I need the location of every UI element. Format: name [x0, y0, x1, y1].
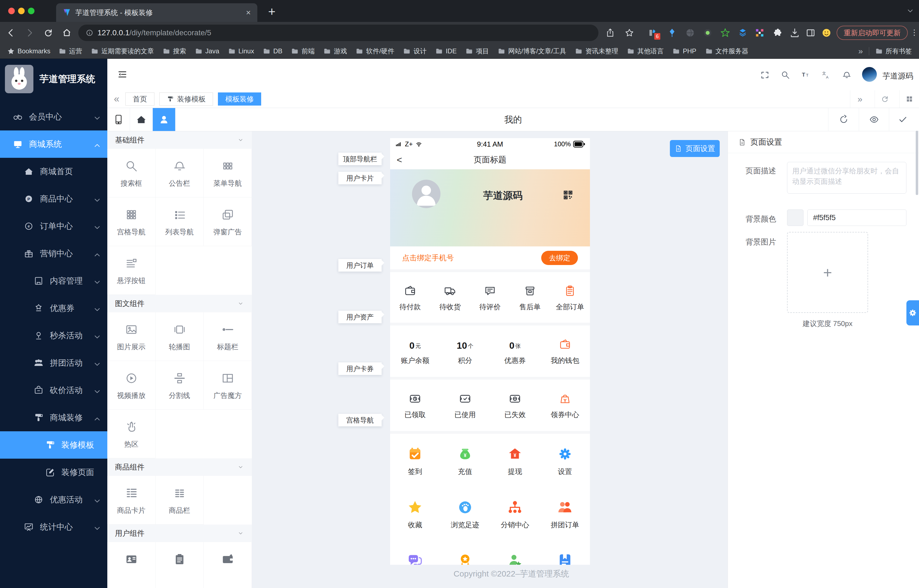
tabs-layout-grid-icon[interactable]: [899, 90, 919, 108]
bookmark-folder[interactable]: 项目: [465, 47, 489, 55]
tab-search-chevron-icon[interactable]: [905, 6, 915, 16]
app-logo[interactable]: 芋道管理系统: [5, 65, 95, 93]
phone-item-签到[interactable]: 签到: [390, 434, 440, 487]
extension-icon-green-dot[interactable]: [702, 27, 713, 38]
tabs-overflow-chevron[interactable]: »: [850, 90, 870, 108]
sidebar-item-优惠券[interactable]: 优惠券: [0, 294, 107, 322]
bookmark-folder[interactable]: 资讯未整理: [575, 47, 618, 55]
phone-item-g-card[interactable]: [540, 540, 590, 565]
phone-preview[interactable]: Z+ 9:41 AM 100% < 页面标题 芋道源码 点击绑定手机号: [390, 138, 590, 565]
tab-close-icon[interactable]: ×: [246, 8, 251, 17]
back-icon[interactable]: [6, 28, 16, 38]
bookmark-folder[interactable]: 运营: [58, 47, 82, 55]
fullscreen-icon[interactable]: [760, 70, 770, 79]
palette-section-header[interactable]: 用户组件: [107, 525, 252, 542]
sidebar-item-订单中心[interactable]: e订单中心: [0, 213, 107, 240]
bookmark-folder[interactable]: 游戏: [323, 47, 347, 55]
phone-item-待付款[interactable]: 待付款: [390, 272, 430, 323]
page-desc-textarea[interactable]: [787, 162, 906, 194]
phone-item-已失效[interactable]: 已失效: [490, 380, 540, 431]
sidebar-item-砍价活动[interactable]: 砍价活动: [0, 376, 107, 404]
bookmark-folder[interactable]: IDE: [435, 47, 457, 55]
phone-item-我的钱包[interactable]: 我的钱包: [540, 325, 590, 377]
bookmark-folder[interactable]: 文件服务器: [705, 47, 749, 55]
sidebar-item-拼团活动[interactable]: 拼团活动: [0, 349, 107, 376]
palette-item-wallet-fill[interactable]: [204, 542, 252, 588]
phone-item-售后单[interactable]: 售后单: [510, 272, 550, 323]
bookmark-folder[interactable]: 搜索: [163, 47, 186, 55]
phone-item-拼团订单[interactable]: 拼团订单: [540, 487, 590, 540]
sidebar-item-会员中心[interactable]: 会员中心: [0, 103, 107, 131]
bookmark-folder[interactable]: DB: [263, 47, 282, 55]
collapse-sidebar-icon[interactable]: [117, 69, 128, 79]
palette-item-搜索框[interactable]: 搜索框: [107, 149, 156, 197]
palette-item-广告魔方[interactable]: 广告魔方: [204, 361, 252, 410]
bookmark-folder[interactable]: 前端: [291, 47, 314, 55]
component-tag-用户卡券[interactable]: 用户卡券: [338, 362, 382, 375]
bind-phone-button[interactable]: 去绑定: [541, 251, 578, 265]
phone-item-待收货[interactable]: 待收货: [430, 272, 470, 323]
component-tag-用户卡片[interactable]: 用户卡片: [338, 172, 382, 184]
phone-back-chevron[interactable]: <: [397, 155, 402, 165]
page-home-icon[interactable]: [130, 108, 153, 131]
phone-item-全部订单[interactable]: 全部订单: [550, 272, 590, 323]
bookmarks-root[interactable]: Bookmarks: [7, 47, 50, 55]
palette-section-header[interactable]: 图文组件: [107, 295, 252, 312]
phone-item-g-chat[interactable]: [390, 540, 440, 565]
window-minimize-button[interactable]: [18, 8, 24, 14]
extension-icon-kite[interactable]: [667, 27, 677, 38]
bg-color-swatch[interactable]: [787, 210, 804, 226]
page-tab-首页[interactable]: 首页: [125, 92, 154, 105]
bookmark-folder[interactable]: 软件/硬件: [356, 47, 394, 55]
sidebar-item-装修模板[interactable]: 装修模板: [0, 431, 107, 459]
user-avatar[interactable]: [862, 67, 877, 82]
phone-item-提现[interactable]: ¥提现: [490, 434, 540, 487]
settings-gear-fab[interactable]: [906, 300, 919, 325]
reload-icon[interactable]: [43, 28, 53, 38]
page-tab-模板装修[interactable]: 模板装修: [218, 92, 261, 105]
window-zoom-button[interactable]: [28, 8, 34, 14]
component-tag-顶部导航栏[interactable]: 顶部导航栏: [338, 153, 382, 165]
all-bookmarks-folder[interactable]: 所有书签: [875, 47, 912, 55]
site-info-icon[interactable]: [86, 29, 94, 37]
component-tag-用户订单[interactable]: 用户订单: [338, 259, 382, 271]
phone-item-账户余额[interactable]: 0元账户余额: [390, 325, 440, 377]
phone-item-积分[interactable]: 10个积分: [440, 325, 490, 377]
palette-item-图片展示[interactable]: 图片展示: [107, 312, 156, 361]
bg-color-input[interactable]: [807, 210, 906, 226]
bookmark-folder[interactable]: 设计: [403, 47, 426, 55]
reset-icon[interactable]: [828, 108, 859, 131]
phone-item-g-medal[interactable]: [440, 540, 490, 565]
palette-item-弹窗广告[interactable]: 弹窗广告: [204, 197, 252, 246]
phone-item-已领取[interactable]: 已领取: [390, 380, 440, 431]
sidebar-item-营销中心[interactable]: 营销中心: [0, 240, 107, 267]
palette-item-id-card-fill[interactable]: [107, 542, 156, 588]
user-coupons-component[interactable]: 已领取已使用已失效领券中心: [390, 380, 590, 431]
bookmark-folder[interactable]: 近期需要读的文章: [91, 47, 154, 55]
new-tab-button[interactable]: +: [264, 4, 279, 19]
sidebar-item-秒杀活动[interactable]: 秒杀活动: [0, 322, 107, 349]
scrollbar-thumb[interactable]: [916, 131, 918, 195]
extension-icon-star[interactable]: [720, 27, 730, 38]
grid-nav-component[interactable]: 签到¥充值¥提现设置收藏浏览足迹分销中心拼团订单: [390, 434, 590, 565]
phone-item-收藏[interactable]: 收藏: [390, 487, 440, 540]
extension-icon-adblock[interactable]: 6: [648, 27, 658, 38]
palette-item-clipboard-fill[interactable]: [156, 542, 204, 588]
palette-item-公告栏[interactable]: 公告栏: [156, 149, 204, 197]
sidebar-item-优惠活动[interactable]: 优惠活动: [0, 486, 107, 513]
phone-item-设置[interactable]: 设置: [540, 434, 590, 487]
share-icon[interactable]: [606, 28, 615, 37]
user-orders-component[interactable]: 待付款待收货待评价售后单全部订单: [390, 272, 590, 323]
window-close-button[interactable]: [8, 8, 15, 14]
bg-image-upload[interactable]: +: [787, 232, 868, 313]
bookmark-folder[interactable]: 其他语言: [627, 47, 664, 55]
side-panel-icon[interactable]: [806, 27, 816, 38]
page-profile-icon[interactable]: [153, 108, 175, 131]
qr-code-icon[interactable]: [562, 189, 574, 200]
notification-bell-icon[interactable]: [842, 70, 851, 79]
component-tag-用户资产[interactable]: 用户资产: [338, 311, 382, 323]
language-icon[interactable]: 文A: [821, 70, 830, 79]
palette-section-header[interactable]: 商品组件: [107, 458, 252, 476]
palette-item-轮播图[interactable]: 轮播图: [156, 312, 204, 361]
phone-item-充值[interactable]: ¥充值: [440, 434, 490, 487]
